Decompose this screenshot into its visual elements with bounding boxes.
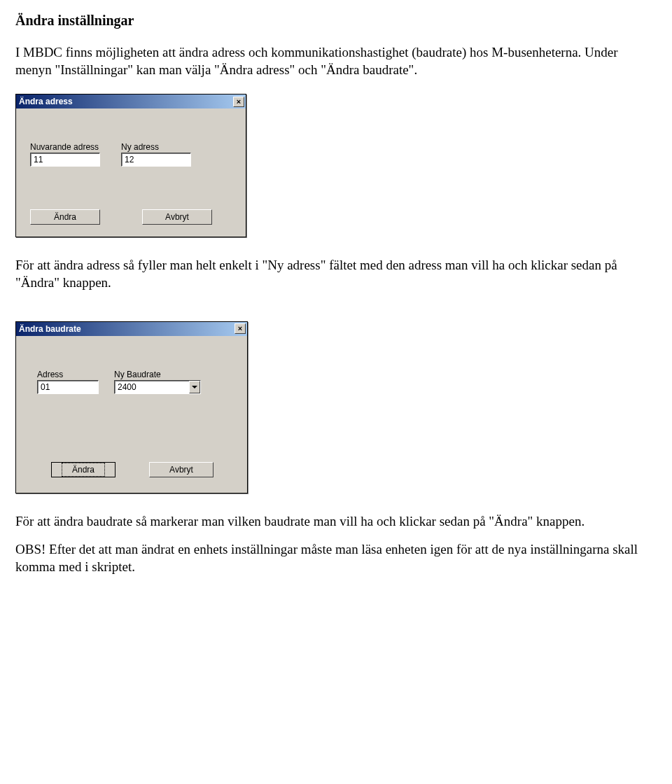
new-address-input[interactable]: 12	[121, 153, 191, 167]
dialog-title: Ändra baudrate	[19, 324, 81, 334]
cancel-button[interactable]: Avbryt	[142, 209, 212, 225]
change-button[interactable]: Ändra	[51, 462, 115, 477]
paragraph-baudrate-instructions: För att ändra baudrate så markerar man v…	[15, 513, 657, 531]
baudrate-value: 2400	[115, 381, 189, 393]
new-address-label: Ny adress	[121, 142, 159, 152]
intro-paragraph: I MBDC finns möjligheten att ändra adres…	[15, 44, 657, 78]
change-button[interactable]: Ändra	[30, 209, 100, 225]
cancel-button[interactable]: Avbryt	[149, 462, 214, 477]
address-label: Adress	[37, 370, 63, 379]
dialog-change-address: Ändra adress × Nuvarande adress Ny adres…	[15, 94, 246, 237]
chevron-down-icon[interactable]	[189, 381, 200, 393]
new-baudrate-label: Ny Baudrate	[114, 370, 161, 379]
page-title: Ändra inställningar	[15, 13, 657, 29]
baudrate-select[interactable]: 2400	[114, 380, 201, 394]
dialog-title: Ändra adress	[19, 97, 73, 106]
current-address-label: Nuvarande adress	[30, 142, 99, 152]
dialog-change-baudrate: Ändra baudrate × Adress Ny Baudrate 01 2…	[15, 321, 248, 493]
paragraph-address-instructions: För att ändra adress så fyller man helt …	[15, 257, 657, 291]
current-address-input[interactable]: 11	[30, 153, 100, 167]
close-icon[interactable]: ×	[233, 97, 244, 107]
dialog-titlebar: Ändra adress ×	[16, 94, 246, 108]
address-input[interactable]: 01	[37, 380, 99, 394]
change-button-label: Ändra	[62, 463, 105, 477]
dialog-titlebar: Ändra baudrate ×	[16, 322, 247, 336]
paragraph-observe: OBS! Efter det att man ändrat en enhets …	[15, 541, 657, 575]
close-icon[interactable]: ×	[234, 323, 246, 334]
